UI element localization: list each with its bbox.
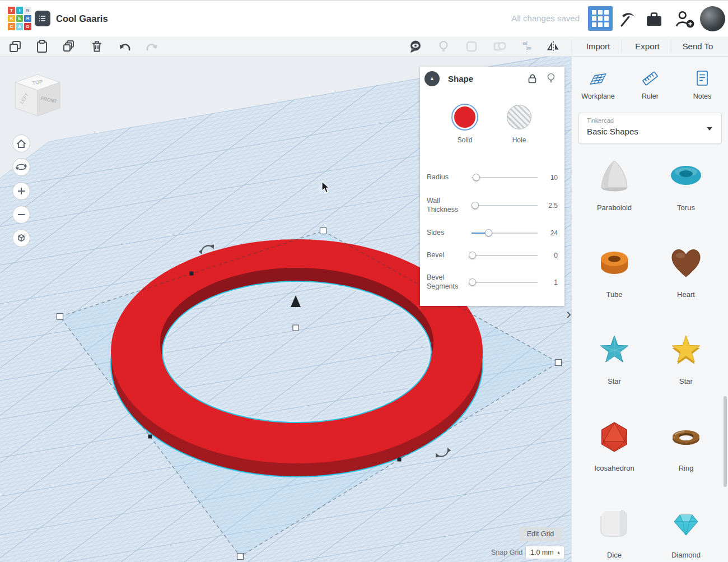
shape-gallery: Paraboloid Torus Tube [578,155,722,562]
snap-grid-dropdown[interactable]: 1.0 mm ▲ [525,546,564,559]
workplane-tool-label: Workplane [574,92,622,100]
shape-label: Torus [650,203,722,212]
shape-star-yellow[interactable]: Star [650,329,722,416]
projects-list-button[interactable] [35,11,50,26]
orbit-view-button[interactable] [13,159,30,176]
copy-icon[interactable] [8,39,22,54]
panel-collapse-button[interactable]: ▲ [424,71,440,86]
shape-torus[interactable]: Torus [650,155,722,242]
import-button[interactable]: Import [580,36,616,57]
user-avatar[interactable] [700,6,725,31]
shape-star-teal[interactable]: Star [578,329,650,416]
export-button[interactable]: Export [629,36,665,57]
bevel-segments-slider[interactable] [472,282,538,283]
shapes-sidebar: Workplane Ruler Notes Tinkercad Basic [571,57,728,562]
duplicate-icon[interactable] [62,39,76,54]
sides-slider-handle[interactable] [485,229,492,236]
mirror-icon[interactable] [546,39,561,54]
align-icon[interactable] [520,39,534,54]
shape-library-dropdown[interactable]: Tinkercad Basic Shapes [578,113,722,144]
slider-row-bevel-segments: Bevel Segments 1 [427,273,558,291]
view-cube[interactable]: TOP FRONT LEFT [15,75,60,116]
shape-lightbulb-icon[interactable] [545,72,557,85]
slider-label: Bevel [427,251,470,260]
solid-option[interactable] [452,105,477,129]
bevel-slider-handle[interactable] [469,252,476,259]
diamond-icon [665,503,707,544]
minecraft-pickaxe-icon[interactable] [617,10,636,29]
tinkercad-app: TINKERCAD Cool Gaaris All changes saved [0,0,728,562]
wall-thickness-slider-handle[interactable] [472,202,479,209]
shape-label: Star [578,377,650,385]
slider-label: Sides [427,229,470,238]
zoom-in-button[interactable] [13,183,30,200]
zoom-out-button[interactable] [13,206,30,224]
fit-view-button[interactable] [13,230,30,247]
hole-label: Hole [502,136,536,144]
delete-icon[interactable] [90,39,104,54]
home-view-button[interactable] [13,135,30,152]
add-collaborator-icon[interactable] [675,10,695,29]
shape-label: Paraboloid [578,203,650,212]
slider-value[interactable]: 10 [543,174,558,182]
slider-value[interactable]: 24 [543,229,558,237]
group-icon[interactable] [464,39,479,54]
edit-toolbar: Import Export Send To [0,36,728,57]
paste-icon[interactable] [35,39,49,54]
slider-label: Radius [427,173,470,182]
logo-tile: N [24,7,31,14]
tips-lightbulb-icon[interactable] [436,39,451,54]
shape-label: Ring [650,464,722,472]
shape-diamond[interactable]: Diamond [650,503,722,562]
shape-heart[interactable]: Heart [650,242,722,329]
radius-slider[interactable] [472,177,538,178]
bevel-slider[interactable] [472,255,538,256]
brick-briefcase-icon[interactable] [645,11,663,29]
library-name: Basic Shapes [587,127,638,136]
logo-tile: D [24,23,31,30]
workplane-tool[interactable]: Workplane [574,69,622,100]
wall-thickness-slider[interactable] [472,205,538,206]
shape-paraboloid[interactable]: Paraboloid [578,155,650,242]
3d-viewport[interactable]: TOP FRONT LEFT [0,57,571,562]
save-status: All changes saved [511,1,580,36]
design-title[interactable]: Cool Gaaris [56,1,108,36]
tinkercad-logo[interactable]: TINKERCAD [8,7,31,30]
slider-value[interactable]: 2.5 [543,202,558,210]
slider-value[interactable]: 1 [543,278,558,286]
slider-value[interactable]: 0 [543,252,558,259]
shape-label: Star [650,377,722,385]
notes-tool[interactable]: Notes [678,69,726,100]
workplane-icon [588,69,608,88]
bevel-segments-slider-handle[interactable] [469,278,476,286]
shape-label: Tube [578,290,650,299]
shape-ring[interactable]: Ring [650,416,722,503]
ruler-tool[interactable]: Ruler [626,69,674,100]
dashboard-grid-button[interactable] [588,6,613,31]
tube-icon [594,242,635,284]
send-to-button[interactable]: Send To [676,36,719,57]
slider-label: Bevel Segments [427,273,470,291]
sides-slider[interactable] [472,233,538,234]
hole-option[interactable] [507,105,531,129]
comments-icon[interactable] [408,39,423,54]
ungroup-icon[interactable] [492,39,507,54]
shape-label: Dice [578,551,650,559]
lock-icon[interactable] [528,73,537,83]
redo-icon[interactable] [144,39,159,54]
center-handle[interactable] [293,325,298,331]
paraboloid-icon [594,155,635,197]
shape-tube[interactable]: Tube [578,242,650,329]
logo-tile: K [8,15,15,22]
logo-tile: A [16,23,24,30]
icosahedron-icon [594,416,635,457]
radius-slider-handle[interactable] [473,174,480,181]
shape-dice[interactable]: Dice [578,503,650,562]
shape-icosahedron[interactable]: Icosahedron [578,416,650,503]
sidebar-scrollbar[interactable] [724,396,727,487]
edit-grid-button[interactable]: Edit Grid [519,527,562,541]
undo-icon[interactable] [118,39,132,54]
slider-row-sides: Sides 24 [427,229,558,238]
shape-label: Icosahedron [578,464,650,472]
sidebar-collapse-chevron[interactable]: › [566,305,571,323]
